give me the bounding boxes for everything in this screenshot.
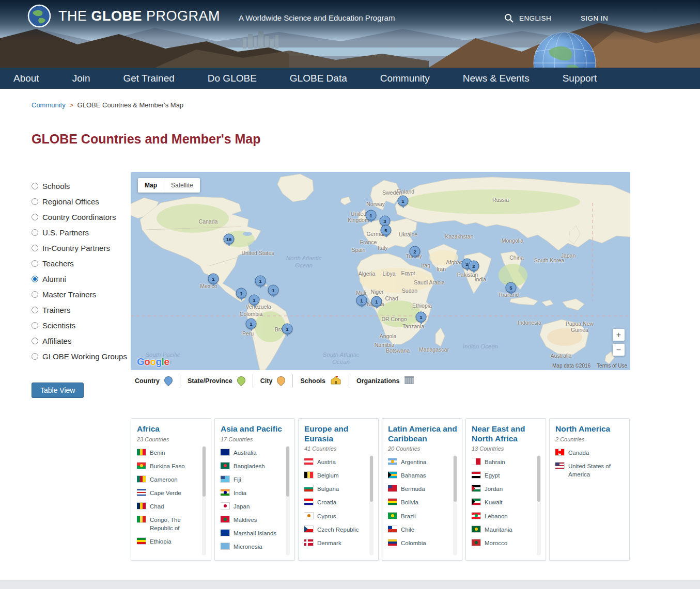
country-row-japan[interactable]: Japan <box>221 500 284 513</box>
radio-icon[interactable] <box>32 229 38 236</box>
map-marker-cluster[interactable]: 1 <box>398 196 409 206</box>
country-row-united-states-of-america[interactable]: United States of America <box>555 459 618 481</box>
map-marker-cluster[interactable]: 1 <box>366 210 377 221</box>
map-marker-cluster[interactable]: 5 <box>381 225 392 236</box>
card-scrollbar[interactable] <box>202 446 206 555</box>
map-marker-cluster[interactable]: 1 <box>249 295 260 306</box>
radio-icon[interactable] <box>32 183 38 189</box>
map-marker-cluster[interactable]: 1 <box>255 276 266 286</box>
radio-icon[interactable] <box>32 338 38 344</box>
country-row-morocco[interactable]: Morocco <box>472 536 535 550</box>
region-title[interactable]: North America <box>555 424 625 434</box>
scrollbar-thumb[interactable] <box>203 447 206 497</box>
filter-option-country-coordinators[interactable]: Country Coordinators <box>32 209 131 225</box>
region-title[interactable]: Europe and Eurasia <box>304 424 374 443</box>
filter-option-globe-working-groups[interactable]: GLOBE Working Groups <box>32 348 131 364</box>
card-scrollbar[interactable] <box>286 446 290 555</box>
country-row-ethiopia[interactable]: Ethiopia <box>137 535 200 548</box>
map-marker-cluster[interactable]: 5 <box>506 282 517 293</box>
country-row-bahamas[interactable]: Bahamas <box>388 469 451 482</box>
map-marker-cluster[interactable]: 1 <box>246 319 257 329</box>
filter-option-teachers[interactable]: Teachers <box>32 256 131 271</box>
map-marker-cluster[interactable]: 1 <box>371 296 382 307</box>
filter-option-master-trainers[interactable]: Master Trainers <box>32 286 131 302</box>
language-selector[interactable]: ENGLISH <box>519 14 551 22</box>
country-row-mauritania[interactable]: Mauritania <box>472 523 535 536</box>
country-row-australia[interactable]: Australia <box>221 446 284 459</box>
scrollbar-thumb[interactable] <box>370 456 373 502</box>
country-row-bolivia[interactable]: Bolivia <box>388 496 451 509</box>
country-row-kuwait[interactable]: Kuwait <box>472 496 535 509</box>
country-row-burkina-faso[interactable]: Burkina Faso <box>137 459 200 473</box>
zoom-in-button[interactable]: + <box>613 329 625 341</box>
map-marker-cluster[interactable]: 2 <box>410 246 421 257</box>
search-icon[interactable] <box>504 13 514 23</box>
country-row-cyprus[interactable]: Cyprus <box>304 510 367 523</box>
country-row-fiji[interactable]: Fiji <box>221 473 284 486</box>
map-view-button[interactable]: Map <box>138 178 164 193</box>
map-marker-cluster[interactable]: 1 <box>236 288 247 299</box>
radio-icon[interactable] <box>32 353 38 360</box>
table-view-button[interactable]: Table View <box>32 383 84 398</box>
country-row-czech-republic[interactable]: Czech Republic <box>304 523 367 536</box>
country-row-brazil[interactable]: Brazil <box>388 510 451 523</box>
country-row-bangladesh[interactable]: Bangladesh <box>221 459 284 473</box>
country-row-colombia[interactable]: Colombia <box>388 536 451 550</box>
country-row-cameroon[interactable]: Cameroon <box>137 473 200 486</box>
filter-option-alumni[interactable]: Alumni <box>32 271 131 286</box>
country-row-congo-the-republic-of[interactable]: Congo, The Republic of <box>137 513 200 535</box>
filter-option-schools[interactable]: Schools <box>32 178 131 194</box>
country-row-marshall-islands[interactable]: Marshall Islands <box>221 527 284 540</box>
map-marker-cluster[interactable]: 2 <box>469 261 479 272</box>
country-row-maldives[interactable]: Maldives <box>221 513 284 527</box>
map-marker-cluster[interactable]: 1 <box>282 324 293 335</box>
region-title[interactable]: Near East and North Africa <box>472 424 541 443</box>
country-row-egypt[interactable]: Egypt <box>472 469 535 482</box>
filter-option-in-country-partners[interactable]: In-Country Partners <box>32 240 131 256</box>
radio-icon[interactable] <box>32 307 38 313</box>
filter-option-trainers[interactable]: Trainers <box>32 302 131 317</box>
scrollbar-thumb[interactable] <box>454 456 457 502</box>
sign-in-button[interactable]: SIGN IN <box>581 14 608 22</box>
map-marker-cluster[interactable]: 16 <box>224 234 235 245</box>
satellite-view-button[interactable]: Satellite <box>164 178 200 193</box>
country-row-chad[interactable]: Chad <box>137 500 200 513</box>
filter-option-scientists[interactable]: Scientists <box>32 317 131 333</box>
site-logo[interactable]: THE GLOBE PROGRAM <box>27 4 220 28</box>
country-row-croatia[interactable]: Croatia <box>304 496 367 509</box>
region-title[interactable]: Africa <box>137 424 206 434</box>
map-marker-cluster[interactable]: 1 <box>356 295 367 306</box>
breadcrumb-community-link[interactable]: Community <box>32 101 66 109</box>
country-row-india[interactable]: India <box>221 486 284 500</box>
country-row-bahrain[interactable]: Bahrain <box>472 455 535 469</box>
country-row-canada[interactable]: Canada <box>555 446 618 459</box>
card-scrollbar[interactable] <box>369 455 374 555</box>
nav-item-about[interactable]: About <box>13 73 39 84</box>
card-scrollbar[interactable] <box>537 455 541 555</box>
scrollbar-thumb[interactable] <box>537 456 540 502</box>
terms-of-use-link[interactable]: Terms of Use <box>597 363 627 369</box>
nav-item-get-trained[interactable]: Get Trained <box>123 73 175 84</box>
country-row-denmark[interactable]: Denmark <box>304 536 367 550</box>
zoom-out-button[interactable]: − <box>613 344 625 356</box>
nav-item-globe-data[interactable]: GLOBE Data <box>290 73 347 84</box>
country-row-argentina[interactable]: Argentina <box>388 455 451 469</box>
country-row-cape-verde[interactable]: Cape Verde <box>137 486 200 500</box>
nav-item-do-globe[interactable]: Do GLOBE <box>208 73 257 84</box>
nav-item-news-events[interactable]: News & Events <box>463 73 530 84</box>
radio-icon[interactable] <box>32 245 38 251</box>
nav-item-join[interactable]: Join <box>72 73 90 84</box>
nav-item-support[interactable]: Support <box>563 73 597 84</box>
radio-icon[interactable] <box>32 291 38 298</box>
scrollbar-thumb[interactable] <box>286 447 289 497</box>
region-title[interactable]: Latin America and Caribbean <box>388 424 457 443</box>
radio-selected-icon[interactable] <box>32 276 38 282</box>
country-row-micronesia[interactable]: Micronesia <box>221 540 284 553</box>
map-canvas[interactable]: CanadaUnited StatesMexicoVenezuelaColomb… <box>131 172 630 370</box>
filter-option-regional-offices[interactable]: Regional Offices <box>32 194 131 209</box>
radio-icon[interactable] <box>32 322 38 329</box>
nav-item-community[interactable]: Community <box>380 73 430 84</box>
country-row-jordan[interactable]: Jordan <box>472 482 535 496</box>
country-row-bulgaria[interactable]: Bulgaria <box>304 482 367 496</box>
filter-option-affiliates[interactable]: Affiliates <box>32 333 131 348</box>
